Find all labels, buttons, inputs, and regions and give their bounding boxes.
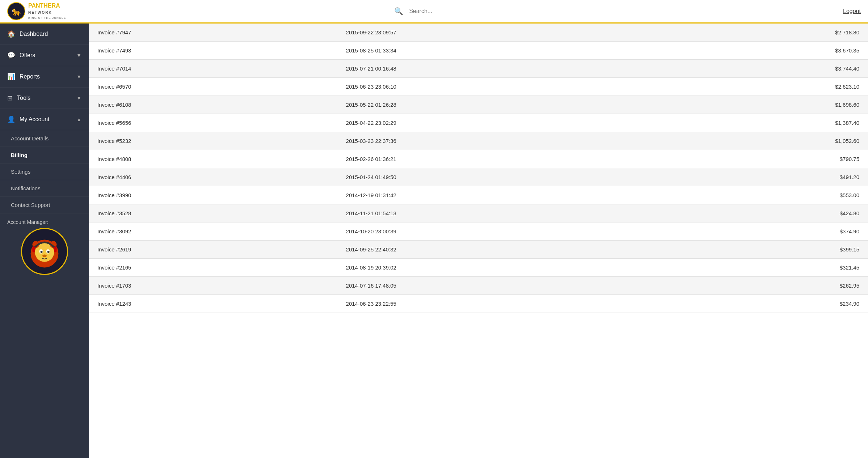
- main-content: Invoice #7947 2015-09-22 23:09:57 $2,718…: [89, 24, 868, 458]
- invoice-id: Invoice #3990: [89, 186, 337, 204]
- invoice-id: Invoice #3528: [89, 204, 337, 222]
- invoice-date: 2014-11-21 01:54:13: [337, 204, 666, 222]
- account-manager-label: Account Manager:: [7, 219, 49, 225]
- table-row[interactable]: Invoice #3990 2014-12-19 01:31:42 $553.0…: [89, 186, 868, 204]
- sidebar-item-label: Tools: [17, 95, 30, 101]
- invoice-date: 2015-06-23 23:06:10: [337, 78, 666, 96]
- sidebar-subitem-notifications[interactable]: Notifications: [0, 180, 89, 197]
- invoice-amount: $1,052.60: [666, 132, 868, 150]
- table-row[interactable]: Invoice #2619 2014-09-25 22:40:32 $399.1…: [89, 241, 868, 259]
- search-input[interactable]: [406, 7, 515, 16]
- table-row[interactable]: Invoice #3092 2014-10-20 23:00:39 $374.9…: [89, 222, 868, 241]
- header: 🐆 PANTHERA NETWORK KING OF THE JUNGLE 🔍 …: [0, 0, 868, 24]
- invoice-id: Invoice #5232: [89, 132, 337, 150]
- svg-point-13: [42, 254, 47, 257]
- invoice-date: 2014-07-16 17:48:05: [337, 277, 666, 295]
- table-row[interactable]: Invoice #1703 2014-07-16 17:48:05 $262.9…: [89, 277, 868, 295]
- svg-text:🐆: 🐆: [12, 7, 22, 16]
- sidebar-subitem-billing[interactable]: Billing: [0, 147, 89, 164]
- invoice-id: Invoice #3092: [89, 222, 337, 241]
- my-account-icon: 👤: [7, 115, 15, 123]
- invoice-id: Invoice #1243: [89, 295, 337, 313]
- account-manager-avatar: [7, 228, 81, 275]
- table-row[interactable]: Invoice #2165 2014-08-19 20:39:02 $321.4…: [89, 259, 868, 277]
- invoice-amount: $2,623.10: [666, 78, 868, 96]
- invoice-amount: $424.80: [666, 204, 868, 222]
- invoice-date: 2014-09-25 22:40:32: [337, 241, 666, 259]
- tools-icon: ⊞: [7, 94, 13, 102]
- svg-point-11: [40, 251, 42, 253]
- invoice-date: 2015-02-26 01:36:21: [337, 150, 666, 168]
- table-row[interactable]: Invoice #6108 2015-05-22 01:26:28 $1,698…: [89, 96, 868, 114]
- sidebar-item-my-account[interactable]: 👤 My Account ▲: [0, 109, 89, 130]
- invoice-amount: $553.00: [666, 186, 868, 204]
- reports-icon: 📊: [7, 73, 15, 81]
- table-row[interactable]: Invoice #7014 2015-07-21 00:16:48 $3,744…: [89, 60, 868, 78]
- invoice-date: 2015-05-22 01:26:28: [337, 96, 666, 114]
- dashboard-icon: 🏠: [7, 30, 15, 38]
- table-row[interactable]: Invoice #1243 2014-06-23 23:22:55 $234.9…: [89, 295, 868, 313]
- invoice-id: Invoice #7947: [89, 24, 337, 42]
- invoice-amount: $321.45: [666, 259, 868, 277]
- layout: 🏠 Dashboard 💬 Offers ▼ 📊 Reports ▼ ⊞ Too…: [0, 24, 868, 458]
- invoice-table: Invoice #7947 2015-09-22 23:09:57 $2,718…: [89, 24, 868, 313]
- invoice-amount: $790.75: [666, 150, 868, 168]
- invoice-id: Invoice #6570: [89, 78, 337, 96]
- invoice-date: 2015-01-24 01:49:50: [337, 168, 666, 186]
- invoice-date: 2014-10-20 23:00:39: [337, 222, 666, 241]
- sidebar-item-dashboard[interactable]: 🏠 Dashboard: [0, 24, 89, 45]
- invoice-id: Invoice #1703: [89, 277, 337, 295]
- table-row[interactable]: Invoice #6570 2015-06-23 23:06:10 $2,623…: [89, 78, 868, 96]
- table-row[interactable]: Invoice #5656 2015-04-22 23:02:29 $1,387…: [89, 114, 868, 132]
- invoice-amount: $3,670.35: [666, 42, 868, 60]
- sidebar-item-reports[interactable]: 📊 Reports ▼: [0, 66, 89, 88]
- invoice-id: Invoice #6108: [89, 96, 337, 114]
- sidebar-item-offers[interactable]: 💬 Offers ▼: [0, 45, 89, 66]
- table-row[interactable]: Invoice #3528 2014-11-21 01:54:13 $424.8…: [89, 204, 868, 222]
- invoice-date: 2015-08-25 01:33:34: [337, 42, 666, 60]
- logout-button[interactable]: Logout: [843, 8, 861, 14]
- lion-mascot-icon: [23, 230, 66, 273]
- search-area: 🔍: [66, 7, 843, 16]
- invoice-amount: $262.95: [666, 277, 868, 295]
- account-manager-section: Account Manager:: [0, 213, 89, 278]
- chevron-up-icon: ▲: [76, 116, 81, 122]
- invoice-date: 2015-09-22 23:09:57: [337, 24, 666, 42]
- logo-area: 🐆 PANTHERA NETWORK KING OF THE JUNGLE: [7, 2, 66, 20]
- invoice-id: Invoice #7493: [89, 42, 337, 60]
- invoice-date: 2014-06-23 23:22:55: [337, 295, 666, 313]
- table-row[interactable]: Invoice #7947 2015-09-22 23:09:57 $2,718…: [89, 24, 868, 42]
- svg-point-12: [47, 251, 49, 253]
- invoice-id: Invoice #2165: [89, 259, 337, 277]
- table-row[interactable]: Invoice #4406 2015-01-24 01:49:50 $491.2…: [89, 168, 868, 186]
- table-row[interactable]: Invoice #5232 2015-03-23 22:37:36 $1,052…: [89, 132, 868, 150]
- sidebar: 🏠 Dashboard 💬 Offers ▼ 📊 Reports ▼ ⊞ Too…: [0, 24, 89, 458]
- invoice-id: Invoice #4406: [89, 168, 337, 186]
- invoice-date: 2015-03-23 22:37:36: [337, 132, 666, 150]
- invoice-id: Invoice #2619: [89, 241, 337, 259]
- invoice-amount: $234.90: [666, 295, 868, 313]
- search-icon: 🔍: [394, 7, 403, 16]
- chevron-down-icon: ▼: [76, 52, 81, 58]
- invoice-date: 2015-04-22 23:02:29: [337, 114, 666, 132]
- sidebar-item-label: Offers: [20, 52, 35, 59]
- offers-icon: 💬: [7, 51, 15, 59]
- sidebar-item-tools[interactable]: ⊞ Tools ▼: [0, 88, 89, 109]
- sidebar-item-label: Reports: [20, 73, 40, 80]
- table-row[interactable]: Invoice #4808 2015-02-26 01:36:21 $790.7…: [89, 150, 868, 168]
- invoice-id: Invoice #4808: [89, 150, 337, 168]
- invoice-amount: $374.90: [666, 222, 868, 241]
- chevron-down-icon: ▼: [76, 74, 81, 80]
- invoice-amount: $491.20: [666, 168, 868, 186]
- sidebar-subitem-contact-support[interactable]: Contact Support: [0, 197, 89, 213]
- table-row[interactable]: Invoice #7493 2015-08-25 01:33:34 $3,670…: [89, 42, 868, 60]
- sidebar-subitem-account-details[interactable]: Account Details: [0, 130, 89, 147]
- invoice-amount: $3,744.40: [666, 60, 868, 78]
- svg-rect-7: [32, 246, 35, 253]
- invoice-amount: $1,698.60: [666, 96, 868, 114]
- invoice-date: 2014-08-19 20:39:02: [337, 259, 666, 277]
- invoice-date: 2014-12-19 01:31:42: [337, 186, 666, 204]
- logo-icon: 🐆: [7, 2, 25, 20]
- sidebar-subitem-settings[interactable]: Settings: [0, 164, 89, 180]
- sidebar-item-label: My Account: [20, 116, 50, 123]
